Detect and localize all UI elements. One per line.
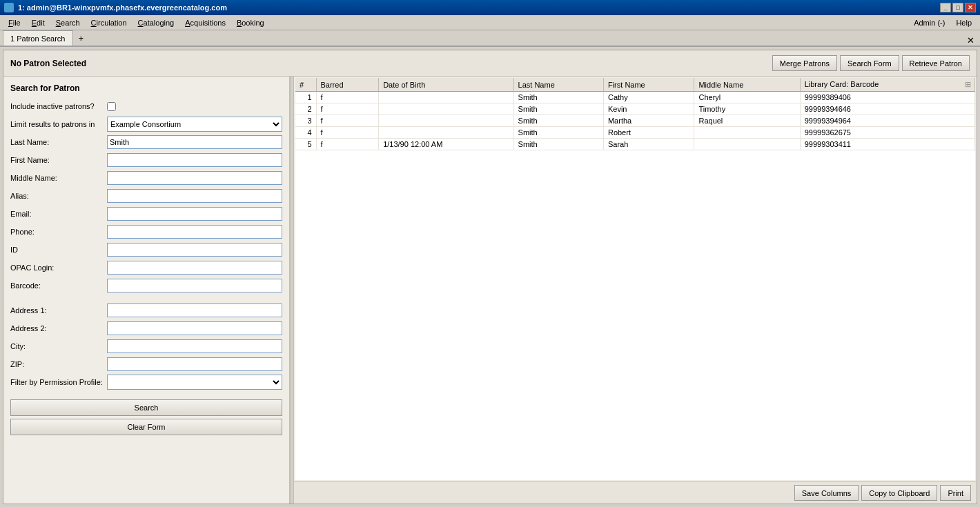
email-label: Email: (10, 210, 107, 218)
menu-cataloging[interactable]: Cataloging (133, 17, 180, 28)
cell-barred: f (316, 115, 379, 127)
barcode-input[interactable] (107, 279, 282, 292)
col-header-barcode[interactable]: Library Card: Barcode ⊞ (800, 78, 974, 92)
cell-firstname: Kevin (603, 103, 694, 115)
cell-barred: f (316, 139, 379, 150)
table-row[interactable]: 1 f Smith Cathy Cheryl 99999389406 (295, 92, 975, 103)
copy-clipboard-button[interactable]: Copy to Clipboard (861, 485, 937, 501)
first-name-input[interactable] (107, 153, 282, 167)
tab-bar: 1 Patron Search + ✕ (0, 30, 980, 47)
menu-admin[interactable]: Admin (-) (908, 17, 950, 28)
permission-profile-row: Filter by Permission Profile: (10, 375, 282, 390)
menu-help[interactable]: Help (950, 17, 977, 28)
alias-row: Alias: (10, 188, 282, 203)
cell-lastname: Smith (513, 115, 603, 127)
limit-library-select[interactable]: Example Consortium (107, 117, 282, 132)
retrieve-patron-button[interactable]: Retrieve Patron (902, 55, 970, 71)
cell-num: 2 (295, 103, 316, 115)
col-header-firstname[interactable]: First Name (603, 78, 694, 92)
cell-barcode: 99999394646 (800, 103, 974, 115)
cell-firstname: Cathy (603, 92, 694, 103)
city-input[interactable] (107, 339, 282, 353)
col-header-dob[interactable]: Date of Birth (379, 78, 513, 92)
col-header-barred[interactable]: Barred (316, 78, 379, 92)
cell-num: 1 (295, 92, 316, 103)
print-button[interactable]: Print (940, 485, 971, 501)
cell-dob (379, 127, 513, 139)
address2-input[interactable] (107, 321, 282, 335)
email-input[interactable] (107, 207, 282, 221)
merge-patrons-button[interactable]: Merge Patrons (772, 55, 837, 71)
menu-edit[interactable]: Edit (26, 17, 50, 28)
phone-input[interactable] (107, 225, 282, 239)
menu-file[interactable]: File (3, 17, 26, 28)
cell-firstname: Sarah (603, 139, 694, 150)
opac-login-row: OPAC Login: (10, 260, 282, 275)
menu-acquisitions[interactable]: Acquisitions (179, 17, 231, 28)
permission-profile-select[interactable] (107, 375, 282, 390)
content-split: Search for Patron Include inactive patro… (3, 77, 977, 504)
main-content: No Patron Selected Merge Patrons Search … (3, 50, 977, 504)
col-header-middlename[interactable]: Middle Name (694, 78, 800, 92)
address2-label: Address 2: (10, 324, 107, 332)
cell-dob (379, 103, 513, 115)
zip-input[interactable] (107, 357, 282, 371)
close-button[interactable]: ✕ (965, 3, 976, 12)
phone-row: Phone: (10, 224, 282, 239)
col-header-lastname[interactable]: Last Name (513, 78, 603, 92)
last-name-label: Last Name: (10, 138, 107, 146)
menu-search[interactable]: Search (50, 17, 86, 28)
address1-input[interactable] (107, 304, 282, 317)
cell-firstname: Robert (603, 127, 694, 139)
cell-num: 4 (295, 127, 316, 139)
cell-barcode: 99999389406 (800, 92, 974, 103)
cell-middlename: Cheryl (694, 92, 800, 103)
cell-dob (379, 92, 513, 103)
permission-profile-label: Filter by Permission Profile: (10, 378, 107, 386)
include-inactive-checkbox[interactable] (107, 102, 116, 111)
id-input[interactable] (107, 243, 282, 257)
table-row[interactable]: 5 f 1/13/90 12:00 AM Smith Sarah 9999930… (295, 139, 975, 150)
search-form-button[interactable]: Search Form (840, 55, 899, 71)
include-inactive-row: Include inactive patrons? (10, 99, 282, 114)
opac-login-input[interactable] (107, 261, 282, 275)
id-row: ID (10, 242, 282, 257)
tab-patron-search[interactable]: 1 Patron Search (3, 30, 73, 46)
menu-bar: File Edit Search Circulation Cataloging … (0, 15, 980, 30)
zip-row: ZIP: (10, 357, 282, 372)
menu-booking[interactable]: Booking (231, 17, 270, 28)
table-row[interactable]: 4 f Smith Robert 99999362675 (295, 127, 975, 139)
search-form-title: Search for Patron (10, 83, 282, 93)
minimize-button[interactable]: _ (940, 3, 951, 12)
cell-barred: f (316, 103, 379, 115)
tab-label: 1 Patron Search (10, 34, 66, 43)
menu-circulation[interactable]: Circulation (86, 17, 133, 28)
phone-label: Phone: (10, 228, 107, 236)
opac-login-label: OPAC Login: (10, 264, 107, 272)
middle-name-input[interactable] (107, 171, 282, 185)
cell-barred: f (316, 92, 379, 103)
cell-lastname: Smith (513, 103, 603, 115)
clear-form-button[interactable]: Clear Form (10, 419, 282, 435)
tab-add-button[interactable]: + (73, 30, 90, 46)
alias-input[interactable] (107, 189, 282, 203)
col-header-num[interactable]: # (295, 78, 316, 92)
table-row[interactable]: 3 f Smith Martha Raquel 99999394964 (295, 115, 975, 127)
first-name-label: First Name: (10, 156, 107, 164)
app-icon (4, 3, 14, 12)
last-name-input[interactable] (107, 135, 282, 149)
table-row[interactable]: 2 f Smith Kevin Timothy 99999394646 (295, 103, 975, 115)
limit-library-label: Limit results to patrons in (10, 120, 107, 128)
header-buttons: Merge Patrons Search Form Retrieve Patro… (772, 55, 970, 71)
id-label: ID (10, 246, 107, 254)
maximize-button[interactable]: □ (952, 3, 963, 12)
include-inactive-label: Include inactive patrons? (10, 102, 107, 110)
title-bar-text: 1: admin@BR1-winxpvmfx.phasefx.evergreen… (18, 3, 227, 12)
alias-label: Alias: (10, 192, 107, 200)
cell-lastname: Smith (513, 127, 603, 139)
search-button[interactable]: Search (10, 399, 282, 416)
title-bar-controls[interactable]: _ □ ✕ (940, 3, 976, 12)
window-close-button[interactable]: ✕ (964, 35, 977, 46)
cell-middlename (694, 127, 800, 139)
save-columns-button[interactable]: Save Columns (794, 485, 859, 501)
